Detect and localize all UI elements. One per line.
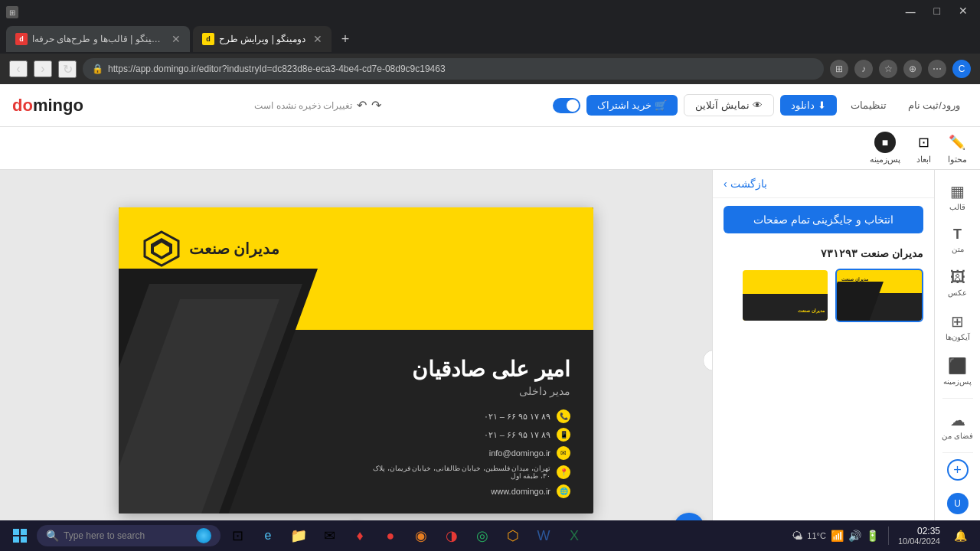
- window-maximize[interactable]: □: [928, 5, 946, 21]
- clock[interactable]: 02:35 10/04/2024: [898, 526, 940, 546]
- edge-collections-icon[interactable]: ⊕: [903, 60, 922, 78]
- contact-phone1: 📞 ۰۲۱ – ۶۶ ۹۵ ۱۷ ۸۹: [367, 409, 570, 423]
- app5-button[interactable]: ♦: [346, 522, 374, 549]
- browser-grid-icon[interactable]: ⊞: [6, 6, 18, 18]
- file-explorer-button[interactable]: 📁: [285, 522, 312, 549]
- toolbar: ✏️ محتوا ⊡ ابعاد ■ پس‌زمینه: [0, 127, 980, 170]
- template-thumb-1[interactable]: مدیران صنعت: [835, 269, 923, 322]
- unsaved-text: تغییرات ذخیره نشده است: [254, 100, 352, 111]
- template-name: مدیران صنعت ۷۳۱۲۹۳: [713, 241, 934, 262]
- phone2-icon: 📱: [557, 428, 570, 442]
- app8-icon: ◑: [446, 527, 458, 544]
- search-icon: 🔍: [46, 530, 59, 542]
- folder-icon: 📁: [290, 527, 307, 544]
- sidebar-item-background[interactable]: ⬛ پس‌زمینه: [936, 350, 979, 392]
- my-space-icon: ☁: [950, 411, 965, 429]
- mail-button[interactable]: ✉: [315, 522, 343, 549]
- window-close[interactable]: ✕: [952, 5, 974, 21]
- copilot-icon[interactable]: C: [952, 60, 971, 78]
- read-aloud-icon[interactable]: ♪: [854, 60, 873, 78]
- favorites-icon[interactable]: ☆: [879, 60, 897, 78]
- cart-icon: 🛒: [655, 99, 667, 111]
- apply-all-pages-button[interactable]: انتخاب و جایگزینی تمام صفحات: [724, 206, 923, 233]
- download-button[interactable]: ⬇ دانلود: [780, 95, 837, 116]
- taskbar-search[interactable]: 🔍 Type here to search: [37, 525, 220, 546]
- toolbar-content[interactable]: ✏️ محتوا: [946, 132, 968, 165]
- address-text: تهران، میدان فلسطین، خیابان طالقانی، خیا…: [367, 465, 550, 480]
- app-wrapper: domingo ↷ ↶ تغییرات ذخیره نشده است ورود/…: [0, 84, 980, 551]
- settings-button[interactable]: تنظیمات: [843, 95, 894, 116]
- task-view-button[interactable]: ⊡: [224, 522, 251, 549]
- tab-close-2[interactable]: ✕: [313, 33, 322, 45]
- top-nav: domingo ↷ ↶ تغییرات ذخیره نشده است ورود/…: [0, 84, 980, 127]
- taskbar-divider: [888, 527, 889, 545]
- cortana-icon[interactable]: [196, 528, 211, 543]
- business-card: مدیران صنعت امیر علی صادقیان مدیر داخلی …: [119, 207, 593, 514]
- redo-button[interactable]: ↷: [371, 98, 381, 112]
- refresh-button[interactable]: ↻: [58, 60, 77, 78]
- notification-icon: 🔔: [954, 530, 967, 542]
- network-icon[interactable]: 📶: [831, 530, 844, 542]
- forward-button[interactable]: ›: [34, 60, 52, 77]
- apps-icon[interactable]: ⊞: [830, 60, 848, 78]
- back-chevron-icon: ›: [724, 178, 727, 190]
- sidebar-item-my-space[interactable]: ☁ فضای من: [936, 405, 979, 446]
- website-icon: 🌐: [557, 484, 570, 498]
- undo-button[interactable]: ↶: [357, 98, 367, 112]
- new-tab-button[interactable]: +: [335, 28, 356, 50]
- tab-1[interactable]: d دومینگو | قالب‌ها و طرح‌های حرفه‌ا... …: [6, 26, 190, 52]
- app10-button[interactable]: ⬡: [499, 522, 527, 549]
- start-button[interactable]: [6, 522, 34, 549]
- word-button[interactable]: W: [530, 522, 557, 549]
- photo-label: عکس: [948, 289, 967, 297]
- app7-button[interactable]: ◉: [407, 522, 435, 549]
- back-button[interactable]: ‹: [9, 60, 28, 77]
- excel-button[interactable]: X: [560, 522, 588, 549]
- tab-2[interactable]: d دومینگو | ویرایش طرح ✕: [193, 26, 332, 52]
- window-minimize[interactable]: ─: [900, 5, 922, 21]
- company-logo-svg: [142, 229, 181, 269]
- user-avatar[interactable]: U: [947, 493, 969, 514]
- panel-back-button[interactable]: بازگشت ›: [713, 170, 934, 198]
- template-thumbnails: مدیران صنعت مدیران صنعت: [713, 262, 934, 328]
- template-thumb-2[interactable]: مدیران صنعت: [741, 269, 829, 322]
- icons-label: آیکون‌ها: [946, 333, 970, 341]
- mail-icon: ✉: [324, 527, 335, 544]
- login-button[interactable]: ورود/ثبت نام: [900, 95, 968, 116]
- tab-close-1[interactable]: ✕: [172, 33, 181, 45]
- browser-icons: ⊞ ♪ ☆ ⊕ ⋯ C: [830, 60, 971, 78]
- sidebar-item-template[interactable]: ▦ قالب: [936, 176, 979, 217]
- word-icon: W: [537, 528, 550, 544]
- bg-label: پس‌زمینه: [943, 377, 972, 386]
- panel-toggle-chevron[interactable]: ›: [703, 350, 712, 371]
- nav-left: domingo: [12, 96, 83, 116]
- sidebar-add-button[interactable]: +: [947, 459, 969, 481]
- sidebar-item-icons[interactable]: ⊞ آیکون‌ها: [936, 306, 979, 347]
- speaker-icon[interactable]: 🔊: [848, 530, 861, 542]
- card-name-section: امیر علی صادقیان مدیر داخلی: [412, 357, 570, 397]
- sidebar-item-text[interactable]: T متن: [936, 220, 979, 259]
- dark-mode-toggle[interactable]: [553, 98, 580, 113]
- tab-title-2: دومینگو | ویرایش طرح: [219, 34, 305, 44]
- toolbar-dimensions[interactable]: ⊡ ابعاد: [913, 132, 934, 165]
- notifications-button[interactable]: 🔔: [946, 522, 974, 549]
- show-online-button[interactable]: 👁 نمایش آنلاین: [684, 94, 774, 116]
- sidebar-item-photo[interactable]: 🖼 عکس: [936, 262, 979, 303]
- bg-icon: ⬛: [948, 357, 967, 375]
- app8-button[interactable]: ◑: [438, 522, 466, 549]
- email-text: info@domingo.ir: [489, 448, 550, 458]
- buy-button[interactable]: 🛒 خرید اشتراک: [586, 95, 678, 116]
- app6-icon: ●: [387, 528, 395, 544]
- url-box[interactable]: 🔒 https://app.domingo.ir/editor?industry…: [83, 58, 824, 80]
- right-panel: بازگشت › انتخاب و جایگزینی تمام صفحات مد…: [712, 170, 934, 551]
- toolbar-background[interactable]: ■ پس‌زمینه: [870, 132, 900, 165]
- app6-button[interactable]: ●: [377, 522, 404, 549]
- browser-settings-icon[interactable]: ⋯: [928, 60, 946, 78]
- edge-taskbar-button[interactable]: e: [254, 522, 282, 549]
- contact-website: 🌐 www.domingo.ir: [367, 484, 570, 498]
- app9-button[interactable]: ◎: [469, 522, 496, 549]
- main-content: مدیران صنعت امیر علی صادقیان مدیر داخلی …: [0, 170, 980, 551]
- canvas-area[interactable]: مدیران صنعت امیر علی صادقیان مدیر داخلی …: [0, 170, 712, 551]
- search-placeholder: Type here to search: [64, 530, 145, 541]
- my-space-label: فضای من: [942, 432, 973, 440]
